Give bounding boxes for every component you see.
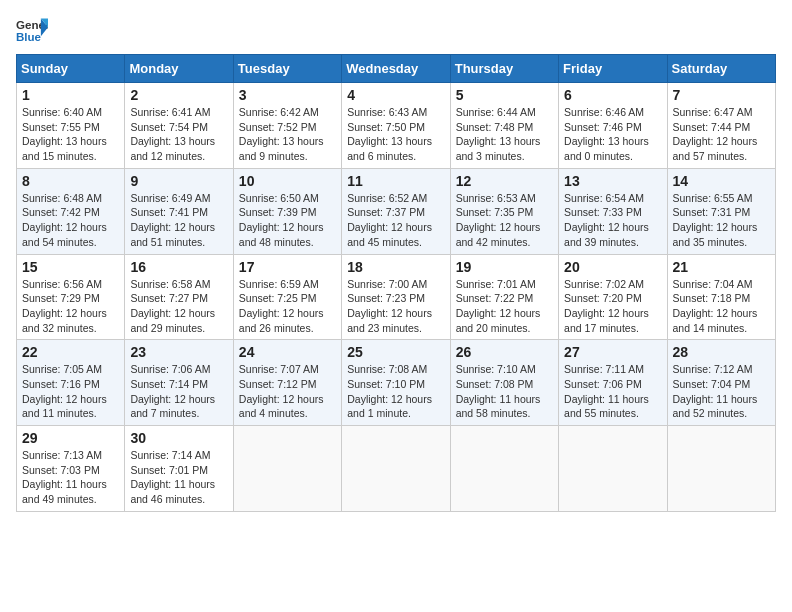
day-detail: Sunrise: 6:50 AM Sunset: 7:39 PM Dayligh…: [239, 191, 336, 250]
day-number: 6: [564, 87, 661, 103]
day-detail: Sunrise: 7:12 AM Sunset: 7:04 PM Dayligh…: [673, 362, 770, 421]
day-number: 4: [347, 87, 444, 103]
calendar-cell: 7Sunrise: 6:47 AM Sunset: 7:44 PM Daylig…: [667, 83, 775, 169]
calendar-cell: 12Sunrise: 6:53 AM Sunset: 7:35 PM Dayli…: [450, 168, 558, 254]
calendar-cell: 29Sunrise: 7:13 AM Sunset: 7:03 PM Dayli…: [17, 426, 125, 512]
day-number: 28: [673, 344, 770, 360]
calendar-cell: [233, 426, 341, 512]
day-detail: Sunrise: 7:07 AM Sunset: 7:12 PM Dayligh…: [239, 362, 336, 421]
day-detail: Sunrise: 6:44 AM Sunset: 7:48 PM Dayligh…: [456, 105, 553, 164]
day-detail: Sunrise: 7:13 AM Sunset: 7:03 PM Dayligh…: [22, 448, 119, 507]
day-number: 13: [564, 173, 661, 189]
calendar-cell: 1Sunrise: 6:40 AM Sunset: 7:55 PM Daylig…: [17, 83, 125, 169]
calendar-cell: 13Sunrise: 6:54 AM Sunset: 7:33 PM Dayli…: [559, 168, 667, 254]
col-header-tuesday: Tuesday: [233, 55, 341, 83]
day-detail: Sunrise: 6:47 AM Sunset: 7:44 PM Dayligh…: [673, 105, 770, 164]
day-number: 30: [130, 430, 227, 446]
logo: General Blue: [16, 16, 52, 44]
day-detail: Sunrise: 6:40 AM Sunset: 7:55 PM Dayligh…: [22, 105, 119, 164]
day-detail: Sunrise: 6:58 AM Sunset: 7:27 PM Dayligh…: [130, 277, 227, 336]
day-number: 19: [456, 259, 553, 275]
day-detail: Sunrise: 6:52 AM Sunset: 7:37 PM Dayligh…: [347, 191, 444, 250]
day-number: 27: [564, 344, 661, 360]
day-detail: Sunrise: 6:56 AM Sunset: 7:29 PM Dayligh…: [22, 277, 119, 336]
calendar-cell: 27Sunrise: 7:11 AM Sunset: 7:06 PM Dayli…: [559, 340, 667, 426]
day-detail: Sunrise: 7:01 AM Sunset: 7:22 PM Dayligh…: [456, 277, 553, 336]
calendar-cell: 9Sunrise: 6:49 AM Sunset: 7:41 PM Daylig…: [125, 168, 233, 254]
day-number: 18: [347, 259, 444, 275]
col-header-friday: Friday: [559, 55, 667, 83]
day-detail: Sunrise: 6:48 AM Sunset: 7:42 PM Dayligh…: [22, 191, 119, 250]
day-number: 10: [239, 173, 336, 189]
day-number: 21: [673, 259, 770, 275]
calendar-table: SundayMondayTuesdayWednesdayThursdayFrid…: [16, 54, 776, 512]
day-detail: Sunrise: 7:11 AM Sunset: 7:06 PM Dayligh…: [564, 362, 661, 421]
calendar-cell: 17Sunrise: 6:59 AM Sunset: 7:25 PM Dayli…: [233, 254, 341, 340]
day-number: 16: [130, 259, 227, 275]
day-detail: Sunrise: 6:54 AM Sunset: 7:33 PM Dayligh…: [564, 191, 661, 250]
day-number: 23: [130, 344, 227, 360]
calendar-cell: 24Sunrise: 7:07 AM Sunset: 7:12 PM Dayli…: [233, 340, 341, 426]
day-detail: Sunrise: 6:55 AM Sunset: 7:31 PM Dayligh…: [673, 191, 770, 250]
calendar-cell: 20Sunrise: 7:02 AM Sunset: 7:20 PM Dayli…: [559, 254, 667, 340]
day-number: 15: [22, 259, 119, 275]
col-header-thursday: Thursday: [450, 55, 558, 83]
col-header-saturday: Saturday: [667, 55, 775, 83]
day-number: 22: [22, 344, 119, 360]
day-number: 24: [239, 344, 336, 360]
col-header-monday: Monday: [125, 55, 233, 83]
calendar-week-row: 29Sunrise: 7:13 AM Sunset: 7:03 PM Dayli…: [17, 426, 776, 512]
calendar-cell: 25Sunrise: 7:08 AM Sunset: 7:10 PM Dayli…: [342, 340, 450, 426]
day-number: 12: [456, 173, 553, 189]
calendar-week-row: 15Sunrise: 6:56 AM Sunset: 7:29 PM Dayli…: [17, 254, 776, 340]
calendar-week-row: 1Sunrise: 6:40 AM Sunset: 7:55 PM Daylig…: [17, 83, 776, 169]
day-number: 8: [22, 173, 119, 189]
day-detail: Sunrise: 6:53 AM Sunset: 7:35 PM Dayligh…: [456, 191, 553, 250]
calendar-cell: 10Sunrise: 6:50 AM Sunset: 7:39 PM Dayli…: [233, 168, 341, 254]
day-number: 5: [456, 87, 553, 103]
day-detail: Sunrise: 7:00 AM Sunset: 7:23 PM Dayligh…: [347, 277, 444, 336]
calendar-cell: 16Sunrise: 6:58 AM Sunset: 7:27 PM Dayli…: [125, 254, 233, 340]
col-header-wednesday: Wednesday: [342, 55, 450, 83]
calendar-cell: 8Sunrise: 6:48 AM Sunset: 7:42 PM Daylig…: [17, 168, 125, 254]
calendar-cell: 19Sunrise: 7:01 AM Sunset: 7:22 PM Dayli…: [450, 254, 558, 340]
calendar-cell: [559, 426, 667, 512]
day-number: 20: [564, 259, 661, 275]
calendar-cell: 26Sunrise: 7:10 AM Sunset: 7:08 PM Dayli…: [450, 340, 558, 426]
calendar-cell: 11Sunrise: 6:52 AM Sunset: 7:37 PM Dayli…: [342, 168, 450, 254]
day-detail: Sunrise: 7:14 AM Sunset: 7:01 PM Dayligh…: [130, 448, 227, 507]
day-detail: Sunrise: 6:46 AM Sunset: 7:46 PM Dayligh…: [564, 105, 661, 164]
calendar-cell: 30Sunrise: 7:14 AM Sunset: 7:01 PM Dayli…: [125, 426, 233, 512]
day-detail: Sunrise: 7:02 AM Sunset: 7:20 PM Dayligh…: [564, 277, 661, 336]
header: General Blue: [16, 16, 776, 44]
logo-icon: General Blue: [16, 16, 48, 44]
day-detail: Sunrise: 7:04 AM Sunset: 7:18 PM Dayligh…: [673, 277, 770, 336]
day-number: 7: [673, 87, 770, 103]
calendar-cell: [450, 426, 558, 512]
day-detail: Sunrise: 7:06 AM Sunset: 7:14 PM Dayligh…: [130, 362, 227, 421]
day-number: 9: [130, 173, 227, 189]
day-detail: Sunrise: 7:10 AM Sunset: 7:08 PM Dayligh…: [456, 362, 553, 421]
calendar-cell: 15Sunrise: 6:56 AM Sunset: 7:29 PM Dayli…: [17, 254, 125, 340]
calendar-cell: 14Sunrise: 6:55 AM Sunset: 7:31 PM Dayli…: [667, 168, 775, 254]
calendar-cell: 3Sunrise: 6:42 AM Sunset: 7:52 PM Daylig…: [233, 83, 341, 169]
day-detail: Sunrise: 6:42 AM Sunset: 7:52 PM Dayligh…: [239, 105, 336, 164]
day-detail: Sunrise: 6:41 AM Sunset: 7:54 PM Dayligh…: [130, 105, 227, 164]
day-number: 17: [239, 259, 336, 275]
day-number: 3: [239, 87, 336, 103]
calendar-cell: 6Sunrise: 6:46 AM Sunset: 7:46 PM Daylig…: [559, 83, 667, 169]
calendar-cell: 28Sunrise: 7:12 AM Sunset: 7:04 PM Dayli…: [667, 340, 775, 426]
day-detail: Sunrise: 6:43 AM Sunset: 7:50 PM Dayligh…: [347, 105, 444, 164]
day-detail: Sunrise: 6:59 AM Sunset: 7:25 PM Dayligh…: [239, 277, 336, 336]
day-number: 1: [22, 87, 119, 103]
day-number: 11: [347, 173, 444, 189]
calendar-cell: 23Sunrise: 7:06 AM Sunset: 7:14 PM Dayli…: [125, 340, 233, 426]
day-detail: Sunrise: 7:08 AM Sunset: 7:10 PM Dayligh…: [347, 362, 444, 421]
calendar-cell: [667, 426, 775, 512]
calendar-cell: 2Sunrise: 6:41 AM Sunset: 7:54 PM Daylig…: [125, 83, 233, 169]
day-number: 25: [347, 344, 444, 360]
calendar-cell: 5Sunrise: 6:44 AM Sunset: 7:48 PM Daylig…: [450, 83, 558, 169]
calendar-cell: 22Sunrise: 7:05 AM Sunset: 7:16 PM Dayli…: [17, 340, 125, 426]
calendar-cell: 4Sunrise: 6:43 AM Sunset: 7:50 PM Daylig…: [342, 83, 450, 169]
calendar-header-row: SundayMondayTuesdayWednesdayThursdayFrid…: [17, 55, 776, 83]
